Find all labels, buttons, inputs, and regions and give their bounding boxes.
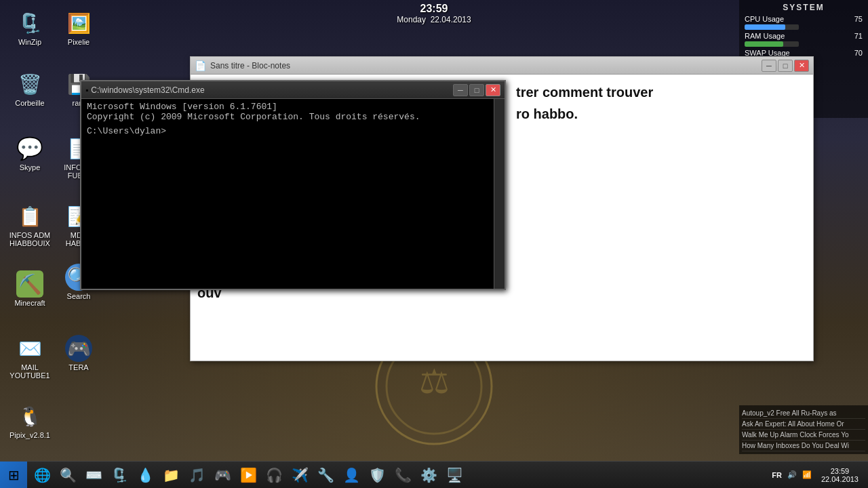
pixelie-label: Pixelie	[57, 38, 100, 46]
ram-bar-container	[745, 41, 799, 47]
taskbar-icons: 🌐 🔍 ⌨️ 🗜️ 💧 📁 🎵 🎮 ▶️ 🎧 ✈️ 🔧 👤 🛡️ 📞 ⚙️ 🖥️	[27, 462, 469, 488]
taskbar-tools-icon[interactable]: 🔧	[313, 463, 338, 487]
desktop-icon-infos-adm[interactable]: 📋 INFOS ADM HIABBOUIX	[5, 200, 54, 250]
desktop-icon-winzip[interactable]: 🗜️ WinZip	[5, 7, 54, 49]
ram-value: 71	[854, 32, 863, 40]
cpu-bar	[745, 24, 785, 30]
clock-time: 23:59	[397, 3, 471, 15]
clock-day-date: Monday 22.04.2013	[397, 15, 471, 24]
cmd-titlebar[interactable]: ▪ C:\windows\system32\Cmd.exe ─ □ ✕	[81, 81, 505, 99]
ram-label: RAM Usage	[745, 32, 785, 40]
desktop: ⚖ 23:59 Monday 22.04.2013 SYSTEM CPU Usa…	[0, 0, 868, 488]
windows-logo-icon: ⊞	[8, 467, 20, 483]
taskbar-terminal-icon[interactable]: 🖥️	[442, 463, 467, 487]
search-label: Search	[57, 292, 100, 300]
cmd-scrollbar[interactable]	[494, 99, 505, 289]
cmd-content: Microsoft Windows [version 6.1.7601] Cop…	[81, 99, 505, 289]
system-title: SYSTEM	[745, 3, 863, 12]
taskbar-settings-icon[interactable]: ⚙️	[416, 463, 441, 487]
cmd-window-controls: ─ □ ✕	[453, 84, 500, 96]
pipix-label: Pipix_v2.8.1	[8, 431, 52, 439]
notepad-line2: ro habbo.	[516, 103, 806, 125]
cmd-title-text: C:\windows\system32\Cmd.exe	[91, 85, 453, 95]
taskbar-music-icon[interactable]: 🎵	[184, 463, 209, 487]
taskbar-plane-icon[interactable]: ✈️	[288, 463, 312, 487]
cpu-value: 75	[854, 15, 863, 23]
feed-item-1[interactable]: Autoup_v2 Free All Ru-Rays as	[742, 408, 865, 419]
infos-adm-label: INFOS ADM HIABBOUIX	[8, 231, 52, 247]
taskbar-uplay-icon[interactable]: 🎮	[210, 463, 235, 487]
cpu-row: CPU Usage 75	[745, 15, 863, 23]
taskbar-winamp-icon[interactable]: 🎧	[262, 463, 286, 487]
cpu-bar-container	[745, 24, 799, 30]
taskbar-folder-icon[interactable]: 📁	[159, 463, 183, 487]
taskbar-clock-time: 23:59	[831, 467, 850, 475]
desktop-icon-minecraft[interactable]: ⛏️ Minecraft	[5, 268, 54, 310]
winzip-icon: 🗜️	[16, 9, 43, 37]
desktop-icon-tera[interactable]: 🎮 TERA	[54, 332, 103, 374]
cmd-prompt: C:\Users\dylan>	[87, 126, 499, 136]
cmd-title-icon: ▪	[85, 85, 88, 95]
feed-item-4[interactable]: How Many Inboxes Do You Deal Wi	[742, 441, 865, 451]
notepad-close-button[interactable]: ✕	[794, 60, 809, 72]
taskbar-keyboard-icon[interactable]: ⌨️	[81, 463, 106, 487]
corbeille-label: Corbeille	[8, 99, 52, 107]
pixelie-icon: 🖼️	[65, 9, 92, 37]
cmd-window[interactable]: ▪ C:\windows\system32\Cmd.exe ─ □ ✕ Micr…	[80, 80, 506, 290]
desktop-icon-pixelie[interactable]: 🖼️ Pixelie	[54, 7, 103, 49]
taskbar-network-icon[interactable]: 📶	[802, 470, 812, 479]
ram-row: RAM Usage 71	[745, 32, 863, 40]
skype-icon: 💬	[16, 135, 43, 162]
swap-value: 70	[854, 49, 863, 57]
taskbar-clock[interactable]: 23:59 22.04.2013	[817, 467, 863, 483]
svg-text:⚖: ⚖	[419, 363, 450, 401]
notepad-title-icon: 📄	[195, 60, 206, 71]
taskbar-agent-icon[interactable]: 👤	[339, 463, 363, 487]
minecraft-label: Minecraft	[8, 299, 52, 307]
taskbar-clock-date: 22.04.2013	[821, 475, 859, 483]
notepad-window-controls: ─ □ ✕	[762, 60, 809, 72]
winzip-label: WinZip	[8, 38, 52, 46]
taskbar-antivirus-icon[interactable]: 🛡️	[365, 463, 389, 487]
mail-icon: ✉️	[16, 335, 43, 362]
taskbar: ⊞ 🌐 🔍 ⌨️ 🗜️ 💧 📁 🎵 🎮 ▶️ 🎧 ✈️ 🔧 👤 🛡️ 📞 ⚙️ …	[0, 461, 868, 488]
taskbar-skype-icon[interactable]: 📞	[391, 463, 415, 487]
taskbar-search-icon[interactable]: 🔍	[56, 463, 80, 487]
infos-adm-icon: 📋	[16, 203, 43, 230]
mail-label: MAIL YOUTUBE1	[8, 363, 52, 380]
cmd-line2: Copyright (c) 2009 Microsoft Corporation…	[87, 112, 499, 122]
tera-icon: 🎮	[65, 335, 92, 362]
desktop-icon-corbeille[interactable]: 🗑️ Corbeille	[5, 68, 54, 110]
cmd-restore-button[interactable]: □	[469, 84, 484, 96]
notepad-line1: trer comment trouver	[516, 81, 806, 103]
ram-bar	[745, 41, 783, 47]
cmd-close-button[interactable]: ✕	[486, 84, 500, 96]
desktop-icon-mail[interactable]: ✉️ MAIL YOUTUBE1	[5, 332, 54, 382]
taskbar-media-icon[interactable]: ▶️	[236, 463, 260, 487]
cpu-label: CPU Usage	[745, 15, 784, 23]
cmd-line1: Microsoft Windows [version 6.1.7601]	[87, 102, 499, 112]
corbeille-icon: 🗑️	[16, 70, 43, 98]
feed-item-3[interactable]: Walk Me Up Alarm Clock Forces Yo	[742, 430, 865, 441]
pipix-icon: 🐧	[16, 403, 43, 430]
tera-label: TERA	[57, 363, 100, 371]
feed-item-2[interactable]: Ask An Expert: All About Home Or	[742, 419, 865, 430]
notepad-titlebar[interactable]: 📄 Sans titre - Bloc-notes ─ □ ✕	[191, 57, 813, 75]
minecraft-icon: ⛏️	[16, 270, 43, 298]
desktop-icon-pipix[interactable]: 🐧 Pipix_v2.8.1	[5, 400, 54, 442]
start-button[interactable]: ⊞	[0, 462, 27, 489]
skype-label: Skype	[8, 163, 52, 171]
notepad-maximize-button[interactable]: □	[778, 60, 793, 72]
taskbar-right: FR 🔊 📶 23:59 22.04.2013	[772, 467, 868, 483]
notepad-title-text: Sans titre - Bloc-notes	[210, 61, 762, 70]
top-clock: 23:59 Monday 22.04.2013	[397, 3, 471, 24]
taskbar-volume-icon[interactable]: 🔊	[787, 470, 797, 479]
taskbar-ie-icon[interactable]: 🌐	[30, 463, 54, 487]
taskbar-filezip-icon[interactable]: 🗜️	[107, 463, 132, 487]
desktop-icon-skype[interactable]: 💬 Skype	[5, 132, 54, 174]
cmd-minimize-button[interactable]: ─	[453, 84, 468, 96]
language-indicator[interactable]: FR	[772, 471, 782, 479]
feed-panel: Autoup_v2 Free All Ru-Rays as Ask An Exp…	[739, 405, 868, 454]
taskbar-dropbox-icon[interactable]: 💧	[133, 463, 157, 487]
notepad-minimize-button[interactable]: ─	[762, 60, 776, 72]
